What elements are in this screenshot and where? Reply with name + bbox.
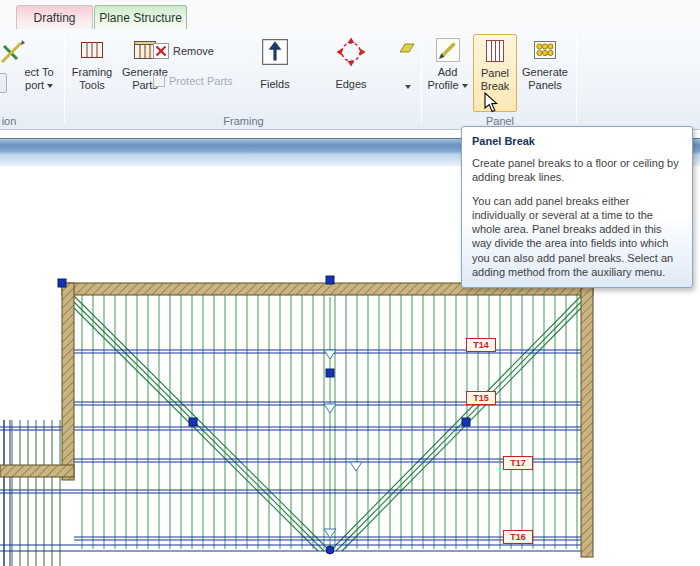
panel-break-label-1: Panel <box>481 67 509 80</box>
group-separator <box>64 33 65 123</box>
framing-tools-label-1: Framing <box>72 66 112 79</box>
clipped-button[interactable] <box>0 73 7 93</box>
truss-label: T14 <box>466 338 496 352</box>
truss-label: T16 <box>503 530 533 544</box>
remove-label: Remove <box>173 45 214 57</box>
group-label-selection: ion <box>0 115 18 127</box>
tab-plane-structure[interactable]: Plane Structure <box>94 5 187 29</box>
generate-panels-label-1: Generate <box>522 66 568 79</box>
tab-drafting-label: Drafting <box>33 11 75 25</box>
generate-panels-label-2: Panels <box>528 79 562 92</box>
fields-icon <box>260 37 290 67</box>
truss-lines <box>74 295 581 549</box>
remove-button[interactable]: Remove <box>153 43 214 59</box>
tab-plane-structure-label: Plane Structure <box>99 11 182 25</box>
tab-drafting[interactable]: Drafting <box>16 5 93 29</box>
edges-icon <box>336 37 366 67</box>
profile-shape-icon <box>397 40 417 56</box>
profile-options-dropdown-button[interactable] <box>394 34 419 112</box>
panel-break-label-2: Break <box>481 80 510 93</box>
panel-break-tooltip: Panel Break Create panel breaks to a flo… <box>461 126 693 288</box>
generate-panels-icon <box>532 37 558 63</box>
group-separator <box>421 33 422 123</box>
dropdown-arrow-icon <box>47 84 53 88</box>
framing-tools-button[interactable]: Framing Tools <box>67 34 117 112</box>
ribbon: ect To port Framing Tools Gen <box>0 29 700 130</box>
ribbon-tab-bar: Drafting Plane Structure <box>0 0 700 29</box>
checkbox-icon <box>153 75 165 87</box>
connect-to-report-label-2: port <box>25 79 53 92</box>
dropdown-arrow-icon <box>405 85 411 89</box>
connect-to-report-button[interactable]: ect To port <box>14 34 64 112</box>
generate-panels-button[interactable]: Generate Panels <box>519 34 571 112</box>
dropdown-arrow-icon <box>462 84 468 88</box>
tooltip-paragraph-2: You can add panel breaks either individu… <box>472 194 682 280</box>
panel-break-icon <box>482 38 508 64</box>
app-window: Drafting Plane Structure ect To port <box>0 0 700 566</box>
protect-parts-label: Protect Parts <box>169 75 233 87</box>
connect-to-report-label-1: ect To <box>24 66 53 79</box>
group-separator <box>576 33 577 123</box>
edges-button[interactable]: Edges <box>324 34 378 112</box>
add-profile-label-2: Profile <box>427 79 467 92</box>
mouse-cursor-icon <box>484 92 500 113</box>
add-profile-label-1: Add <box>438 66 458 79</box>
framing-tools-label-2: Tools <box>79 79 105 92</box>
framing-tools-icon <box>79 37 105 63</box>
add-profile-button[interactable]: Add Profile <box>424 34 471 112</box>
protect-parts-checkbox[interactable]: Protect Parts <box>153 75 233 87</box>
truss-label: T15 <box>466 391 496 405</box>
tooltip-title: Panel Break <box>472 135 682 147</box>
edges-label: Edges <box>335 78 366 91</box>
remove-icon <box>153 43 169 59</box>
fields-label: Fields <box>260 78 289 91</box>
tooltip-paragraph-1: Create panel breaks to a floor or ceilin… <box>472 156 682 185</box>
group-label-framing: Framing <box>66 115 421 127</box>
add-profile-icon <box>435 37 461 63</box>
fields-button[interactable]: Fields <box>250 34 300 112</box>
truss-label: T17 <box>503 456 533 470</box>
